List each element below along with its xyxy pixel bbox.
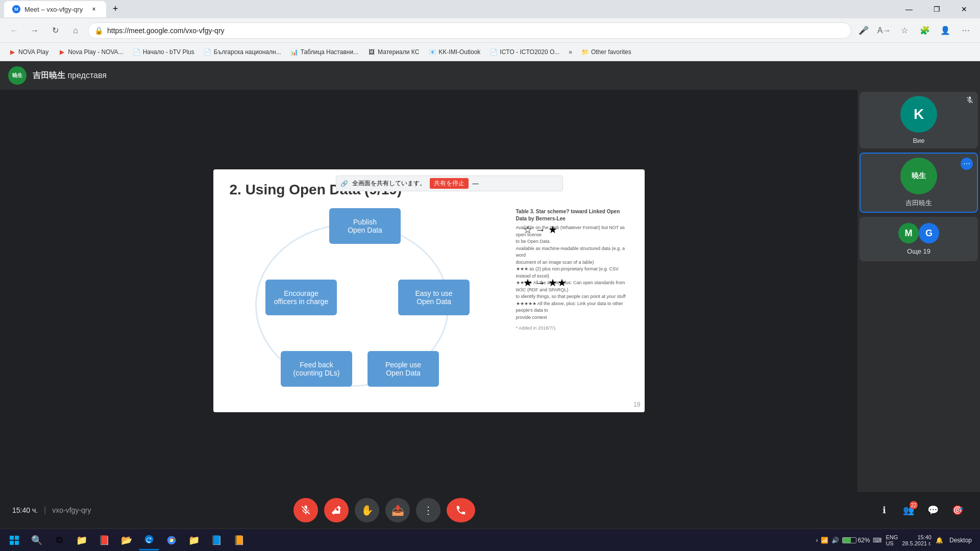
svg-rect-0 — [10, 536, 14, 540]
edge-button[interactable] — [139, 530, 159, 550]
stars-row-1: ☆ → ★ — [523, 223, 567, 236]
word-button[interactable]: 📘 — [206, 530, 227, 550]
bookmark-icto[interactable]: 📄 ICTO - ICTO2020 О... — [485, 46, 564, 58]
presenter-name: 吉田暁生 — [33, 71, 65, 80]
explorer2-button[interactable]: 📁 — [184, 530, 204, 550]
info-button[interactable]: ℹ — [874, 500, 894, 520]
desktop-button[interactable]: Desktop — [945, 537, 976, 544]
battery-percentage: 62% — [857, 537, 870, 544]
tab-title: Meet – vxo-vfgy-qry — [24, 6, 86, 13]
end-call-button[interactable] — [447, 498, 475, 522]
browser-more-button[interactable]: ⋯ — [958, 22, 974, 39]
bookmark-label: Таблица Наставни... — [301, 48, 358, 56]
mute-indicator-icon — [966, 96, 974, 106]
start-button[interactable] — [4, 530, 24, 550]
publish-box: PublishOpen Data — [329, 208, 401, 244]
bookmark-nova-play-2[interactable]: ▶ Nova Play - NOVA... — [54, 46, 127, 58]
keyboard-icon[interactable]: ⌨ — [873, 537, 881, 544]
notification-button[interactable]: 🔔 — [936, 537, 943, 544]
bookmark-nova-play[interactable]: ▶ NOVA Play — [4, 46, 53, 58]
language-indicator[interactable]: ENG US — [886, 534, 898, 546]
bookmark-balgarska[interactable]: 📄 Българска националн... — [200, 46, 285, 58]
participant-count-badge: 22 — [910, 501, 918, 509]
close-button[interactable]: ✕ — [952, 0, 976, 18]
divider: | — [44, 506, 46, 515]
powerpoint-button[interactable]: 📙 — [229, 530, 249, 550]
window-controls: — ❐ ✕ — [897, 0, 976, 18]
home-button[interactable]: ⌂ — [67, 22, 84, 39]
presenter-info: 吉田暁生 представя — [33, 70, 107, 81]
forward-button[interactable]: → — [27, 22, 43, 39]
system-time[interactable]: 15:40 28.5.2021 г. — [902, 534, 932, 546]
systray-icons: › 📶 🔊 62% ⌨ — [816, 537, 881, 544]
more-options-button[interactable]: ⋮ — [416, 498, 440, 522]
other-favorites-folder[interactable]: 📁 Other favorites — [577, 46, 635, 58]
folder-icon: 📁 — [581, 48, 589, 56]
bookmark-kk-imi[interactable]: 📧 KK-IMI-Outlook — [424, 46, 484, 58]
feedback-label: Feed back(counting DLs) — [293, 361, 339, 377]
present-button[interactable]: 📤 — [385, 498, 410, 522]
raise-hand-button[interactable]: ✋ — [355, 498, 379, 522]
mic-icon[interactable]: 🎤 — [855, 22, 872, 39]
activities-button[interactable]: 🎯 — [947, 500, 968, 520]
url-bar[interactable]: 🔒 https://meet.google.com/vxo-vfgy-qry — [88, 22, 851, 39]
minimize-button[interactable]: — — [897, 0, 921, 18]
kk-imi-icon: 📧 — [428, 48, 436, 56]
controls-bar: 15:40 ч. | vxo-vfgy-qry ✋ 📤 ⋮ — [0, 492, 980, 529]
sharing-text: 全画面を共有しています。 — [352, 179, 426, 188]
slide-diagram: PublishOpen Data Encourageofficers in ch… — [230, 208, 506, 397]
extensions-icon[interactable]: 🧩 — [917, 22, 933, 39]
stop-sharing-button[interactable]: 共有を停止 — [430, 178, 469, 189]
participant-card-you: K Вие — [860, 92, 978, 148]
group-count: Още 19 — [907, 247, 930, 255]
active-tab[interactable]: M Meet – vxo-vfgy-qry × — [4, 1, 106, 17]
bookmark-tablitsa[interactable]: 📊 Таблица Наставни... — [286, 46, 362, 58]
presenter-more-button[interactable]: ⋯ — [961, 158, 973, 170]
volume-icon[interactable]: 🔊 — [831, 537, 839, 544]
browser-content: 暁生 吉田暁生 представя 🔗 全画面を共有しています。 共有を停止 — — [0, 61, 980, 529]
bookmark-btv[interactable]: 📄 Начало - bTV Plus — [129, 46, 199, 58]
chrome-button[interactable] — [161, 530, 182, 550]
file-manager-button[interactable]: 📁 — [71, 530, 92, 550]
bookmarks-more-button[interactable]: » — [565, 46, 576, 58]
presenter-action: представя — [67, 71, 106, 80]
profile-icon[interactable]: 👤 — [937, 22, 953, 39]
refresh-button[interactable]: ↻ — [47, 22, 63, 39]
tab-favicon: M — [12, 5, 20, 13]
presenter-avatar: 暁生 — [8, 66, 27, 85]
chat-button[interactable]: 💬 — [923, 500, 943, 520]
group-participants-card: M G Още 19 — [860, 217, 978, 261]
translate-icon[interactable]: A→ — [876, 22, 892, 39]
bookmark-label: Материали КС — [378, 48, 419, 56]
encourage-box: Encourageofficers in charge — [265, 280, 337, 315]
expand-systray-button[interactable]: › — [816, 537, 818, 544]
bookmark-materiali[interactable]: 🖼 Материали КС — [363, 46, 423, 58]
file-explorer-button[interactable]: 📂 — [116, 530, 137, 550]
minimize-share-icon[interactable]: — — [473, 180, 479, 187]
browser-frame: M Meet – vxo-vfgy-qry × + — ❐ ✕ ← → ↻ ⌂ … — [0, 0, 980, 551]
btv-icon: 📄 — [133, 48, 141, 56]
task-view-button[interactable]: ⧉ — [49, 530, 69, 550]
materiali-icon: 🖼 — [368, 48, 376, 56]
mute-camera-button[interactable] — [324, 498, 349, 522]
url-text: https://meet.google.com/vxo-vfgy-qry — [107, 27, 845, 35]
battery-bar — [842, 537, 856, 543]
mute-mic-button[interactable] — [293, 498, 318, 522]
balgarska-icon: 📄 — [204, 48, 212, 56]
tab-close-button[interactable]: × — [90, 5, 98, 13]
maximize-button[interactable]: ❐ — [925, 0, 948, 18]
group-avatar-m: M — [898, 223, 919, 243]
back-button[interactable]: ← — [6, 22, 22, 39]
people-button[interactable]: 👥 22 — [898, 500, 919, 520]
acrobat-button[interactable]: 📕 — [94, 530, 114, 550]
sharing-bar: 🔗 全画面を共有しています。 共有を停止 — — [336, 176, 563, 191]
presenter-avatar-sidebar: 暁生 — [900, 158, 937, 194]
search-button[interactable]: 🔍 — [27, 530, 47, 550]
new-tab-button[interactable]: + — [108, 2, 122, 16]
you-avatar: K — [900, 96, 937, 133]
group-avatars: M G — [898, 223, 939, 243]
share-icon: 🔗 — [340, 180, 348, 187]
encourage-label: Encourageofficers in charge — [274, 289, 328, 306]
you-name: Вие — [913, 137, 924, 144]
bookmark-icon[interactable]: ☆ — [896, 22, 913, 39]
